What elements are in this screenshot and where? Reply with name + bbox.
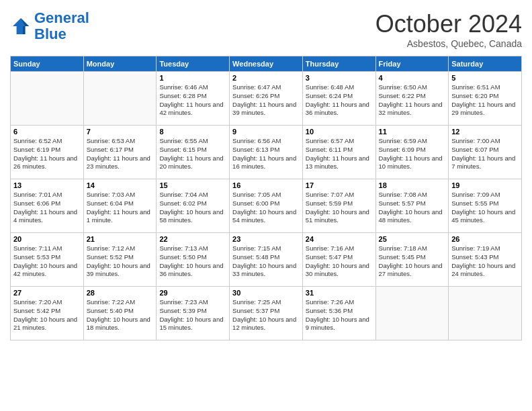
day-info: Sunrise: 7:11 AMSunset: 5:53 PMDaylight:… bbox=[13, 244, 81, 279]
logo: General Blue bbox=[10, 10, 89, 42]
day-info: Sunrise: 7:01 AMSunset: 6:06 PMDaylight:… bbox=[13, 191, 81, 225]
cell-4-6: 25Sunrise: 7:18 AMSunset: 5:45 PMDayligh… bbox=[375, 233, 449, 287]
cell-3-4: 16Sunrise: 7:05 AMSunset: 6:00 PMDayligh… bbox=[230, 179, 303, 233]
cell-5-6 bbox=[375, 287, 449, 340]
day-number: 17 bbox=[306, 181, 373, 189]
cell-3-3: 15Sunrise: 7:04 AMSunset: 6:02 PMDayligh… bbox=[157, 179, 230, 233]
day-number: 16 bbox=[232, 181, 300, 189]
day-number: 3 bbox=[306, 74, 373, 82]
day-number: 6 bbox=[13, 128, 81, 136]
day-info: Sunrise: 7:20 AMSunset: 5:42 PMDaylight:… bbox=[13, 298, 81, 332]
day-info: Sunrise: 7:13 AMSunset: 5:50 PMDaylight:… bbox=[159, 244, 226, 279]
day-info: Sunrise: 6:57 AMSunset: 6:11 PMDaylight:… bbox=[306, 137, 373, 171]
day-info: Sunrise: 7:18 AMSunset: 5:45 PMDaylight:… bbox=[379, 244, 446, 279]
cell-2-5: 10Sunrise: 6:57 AMSunset: 6:11 PMDayligh… bbox=[302, 126, 375, 179]
cell-2-6: 11Sunrise: 6:59 AMSunset: 6:09 PMDayligh… bbox=[375, 126, 449, 179]
day-number: 31 bbox=[306, 289, 373, 297]
cell-1-2 bbox=[83, 72, 157, 126]
day-info: Sunrise: 6:59 AMSunset: 6:09 PMDaylight:… bbox=[379, 137, 446, 171]
cell-4-5: 24Sunrise: 7:16 AMSunset: 5:47 PMDayligh… bbox=[302, 233, 375, 287]
day-info: Sunrise: 7:09 AMSunset: 5:55 PMDaylight:… bbox=[451, 191, 519, 225]
col-sunday: Sunday bbox=[11, 56, 84, 72]
cell-1-5: 3Sunrise: 6:48 AMSunset: 6:24 PMDaylight… bbox=[302, 72, 375, 126]
logo-icon bbox=[10, 15, 32, 37]
week-row-1: 1Sunrise: 6:46 AMSunset: 6:28 PMDaylight… bbox=[11, 72, 522, 126]
col-wednesday: Wednesday bbox=[230, 56, 303, 72]
day-number: 19 bbox=[451, 181, 519, 189]
day-info: Sunrise: 7:16 AMSunset: 5:47 PMDaylight:… bbox=[306, 244, 373, 279]
day-number: 1 bbox=[159, 74, 226, 82]
day-number: 23 bbox=[232, 235, 300, 243]
day-info: Sunrise: 7:03 AMSunset: 6:04 PMDaylight:… bbox=[87, 191, 154, 225]
logo-text: General Blue bbox=[34, 10, 89, 42]
day-number: 7 bbox=[87, 128, 154, 136]
day-number: 9 bbox=[232, 128, 300, 136]
cell-3-1: 13Sunrise: 7:01 AMSunset: 6:06 PMDayligh… bbox=[11, 179, 84, 233]
week-row-2: 6Sunrise: 6:52 AMSunset: 6:19 PMDaylight… bbox=[11, 126, 522, 179]
day-number: 25 bbox=[379, 235, 446, 243]
day-number: 14 bbox=[87, 181, 154, 189]
day-number: 13 bbox=[13, 181, 81, 189]
day-info: Sunrise: 7:25 AMSunset: 5:37 PMDaylight:… bbox=[232, 298, 300, 332]
col-thursday: Thursday bbox=[302, 56, 375, 72]
cell-1-6: 4Sunrise: 6:50 AMSunset: 6:22 PMDaylight… bbox=[375, 72, 449, 126]
day-number: 12 bbox=[451, 128, 519, 136]
calendar-header-row: Sunday Monday Tuesday Wednesday Thursday… bbox=[11, 56, 522, 72]
cell-4-4: 23Sunrise: 7:15 AMSunset: 5:48 PMDayligh… bbox=[230, 233, 303, 287]
day-number: 8 bbox=[159, 128, 226, 136]
day-info: Sunrise: 7:22 AMSunset: 5:40 PMDaylight:… bbox=[87, 298, 154, 332]
day-number: 18 bbox=[379, 181, 446, 189]
day-info: Sunrise: 7:08 AMSunset: 5:57 PMDaylight:… bbox=[379, 191, 446, 225]
day-number: 22 bbox=[159, 235, 226, 243]
day-number: 20 bbox=[13, 235, 81, 243]
cell-3-5: 17Sunrise: 7:07 AMSunset: 5:59 PMDayligh… bbox=[302, 179, 375, 233]
day-info: Sunrise: 6:53 AMSunset: 6:17 PMDaylight:… bbox=[87, 137, 154, 171]
day-info: Sunrise: 6:55 AMSunset: 6:15 PMDaylight:… bbox=[159, 137, 226, 171]
cell-1-7: 5Sunrise: 6:51 AMSunset: 6:20 PMDaylight… bbox=[449, 72, 522, 126]
day-number: 21 bbox=[87, 235, 154, 243]
cell-2-4: 9Sunrise: 6:56 AMSunset: 6:13 PMDaylight… bbox=[230, 126, 303, 179]
week-row-5: 27Sunrise: 7:20 AMSunset: 5:42 PMDayligh… bbox=[11, 287, 522, 340]
day-info: Sunrise: 6:50 AMSunset: 6:22 PMDaylight:… bbox=[379, 83, 446, 118]
title-area: October 2024 Asbestos, Quebec, Canada bbox=[375, 10, 522, 49]
day-info: Sunrise: 7:26 AMSunset: 5:36 PMDaylight:… bbox=[306, 298, 373, 332]
day-info: Sunrise: 7:23 AMSunset: 5:39 PMDaylight:… bbox=[159, 298, 226, 332]
day-info: Sunrise: 7:19 AMSunset: 5:43 PMDaylight:… bbox=[451, 244, 519, 279]
day-info: Sunrise: 7:04 AMSunset: 6:02 PMDaylight:… bbox=[159, 191, 226, 225]
month-title: October 2024 bbox=[375, 10, 522, 38]
day-info: Sunrise: 6:47 AMSunset: 6:26 PMDaylight:… bbox=[232, 83, 300, 118]
day-info: Sunrise: 6:51 AMSunset: 6:20 PMDaylight:… bbox=[451, 83, 519, 118]
day-info: Sunrise: 6:46 AMSunset: 6:28 PMDaylight:… bbox=[159, 83, 226, 118]
day-number: 4 bbox=[379, 74, 446, 82]
day-info: Sunrise: 6:52 AMSunset: 6:19 PMDaylight:… bbox=[13, 137, 81, 171]
cell-5-3: 29Sunrise: 7:23 AMSunset: 5:39 PMDayligh… bbox=[157, 287, 230, 340]
day-number: 2 bbox=[232, 74, 300, 82]
cell-1-1 bbox=[11, 72, 84, 126]
day-number: 10 bbox=[306, 128, 373, 136]
header: General Blue October 2024 Asbestos, Queb… bbox=[10, 10, 522, 49]
day-info: Sunrise: 7:07 AMSunset: 5:59 PMDaylight:… bbox=[306, 191, 373, 225]
cell-2-1: 6Sunrise: 6:52 AMSunset: 6:19 PMDaylight… bbox=[11, 126, 84, 179]
cell-1-3: 1Sunrise: 6:46 AMSunset: 6:28 PMDaylight… bbox=[157, 72, 230, 126]
logo-line2: Blue bbox=[34, 26, 66, 42]
day-number: 27 bbox=[13, 289, 81, 297]
week-row-4: 20Sunrise: 7:11 AMSunset: 5:53 PMDayligh… bbox=[11, 233, 522, 287]
day-number: 11 bbox=[379, 128, 446, 136]
logo-line1: General bbox=[34, 9, 89, 26]
cell-4-7: 26Sunrise: 7:19 AMSunset: 5:43 PMDayligh… bbox=[449, 233, 522, 287]
day-number: 24 bbox=[306, 235, 373, 243]
cell-3-2: 14Sunrise: 7:03 AMSunset: 6:04 PMDayligh… bbox=[83, 179, 157, 233]
day-number: 26 bbox=[451, 235, 519, 243]
day-info: Sunrise: 7:15 AMSunset: 5:48 PMDaylight:… bbox=[232, 244, 300, 279]
col-monday: Monday bbox=[83, 56, 157, 72]
cell-4-2: 21Sunrise: 7:12 AMSunset: 5:52 PMDayligh… bbox=[83, 233, 157, 287]
week-row-3: 13Sunrise: 7:01 AMSunset: 6:06 PMDayligh… bbox=[11, 179, 522, 233]
cell-3-7: 19Sunrise: 7:09 AMSunset: 5:55 PMDayligh… bbox=[449, 179, 522, 233]
cell-2-2: 7Sunrise: 6:53 AMSunset: 6:17 PMDaylight… bbox=[83, 126, 157, 179]
day-info: Sunrise: 6:48 AMSunset: 6:24 PMDaylight:… bbox=[306, 83, 373, 118]
col-friday: Friday bbox=[375, 56, 449, 72]
cell-5-4: 30Sunrise: 7:25 AMSunset: 5:37 PMDayligh… bbox=[230, 287, 303, 340]
day-number: 29 bbox=[159, 289, 226, 297]
cell-3-6: 18Sunrise: 7:08 AMSunset: 5:57 PMDayligh… bbox=[375, 179, 449, 233]
cell-2-3: 8Sunrise: 6:55 AMSunset: 6:15 PMDaylight… bbox=[157, 126, 230, 179]
